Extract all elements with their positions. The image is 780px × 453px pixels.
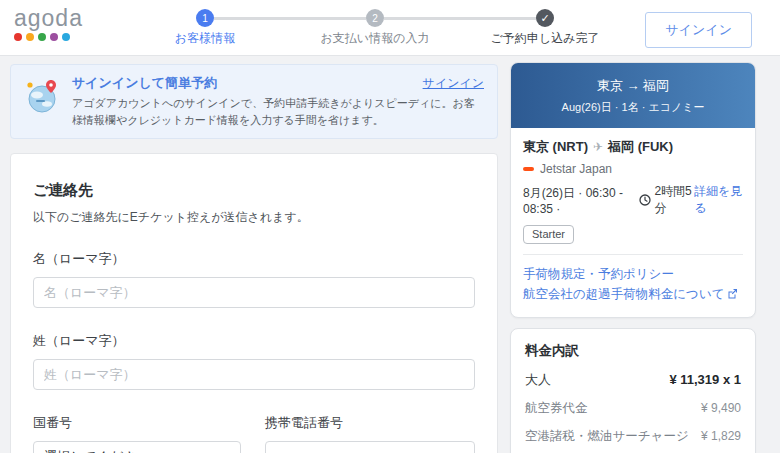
trip-meta: Aug(26)日 · 1名 · エコノミー — [519, 100, 747, 115]
last-name-label: 姓（ローマ字） — [33, 332, 475, 350]
logo-dot-green — [38, 33, 46, 41]
logo-dot-orange — [26, 33, 34, 41]
flight-route: 東京 (NRT) ✈ 福岡 (FUK) — [523, 138, 743, 156]
booking-progress-stepper: 1 お客様情報 2 お支払い情報の入力 ✓ ご予約申し込み完了 — [196, 9, 554, 27]
contact-subheading: 以下のご連絡先にEチケット控えが送信されます。 — [33, 209, 475, 226]
contact-form-card: ご連絡先 以下のご連絡先にEチケット控えが送信されます。 名（ローマ字） 姓（ロ… — [10, 153, 498, 453]
country-code-selected-value: 選択してください — [44, 448, 150, 453]
phone-label: 携帯電話番号 — [265, 414, 475, 432]
flight-duration: 2時間5分 — [654, 183, 694, 217]
price-label: 空港諸税・燃油サーチャージ — [525, 428, 689, 445]
step-booking-complete: ✓ ご予約申し込み完了 — [536, 9, 554, 27]
price-row-fare: 航空券代金 ¥ 9,490 — [525, 400, 741, 417]
external-link-icon — [727, 285, 738, 305]
fare-type-badge: Starter — [523, 225, 574, 244]
main-content: サインインして簡単予約 サインイン アゴダアカウントへのサインインで、予約申請手… — [10, 64, 498, 453]
trip-sidebar: 東京 → 福岡 Aug(26)日 · 1名 · エコノミー 東京 (NRT) ✈… — [510, 62, 756, 453]
price-heading: 料金内訳 — [525, 342, 741, 360]
first-name-label: 名（ローマ字） — [33, 250, 475, 268]
logo-dot-blue — [62, 33, 70, 41]
trip-summary-card: 東京 → 福岡 Aug(26)日 · 1名 · エコノミー 東京 (NRT) ✈… — [510, 62, 756, 318]
signin-promo-banner: サインインして簡単予約 サインイン アゴダアカウントへのサインインで、予約申請手… — [10, 64, 498, 139]
plane-icon: ✈ — [593, 140, 603, 154]
globe-pin-icon — [24, 74, 62, 129]
step-2-circle: 2 — [366, 9, 384, 27]
agoda-logo-text: agoda — [14, 7, 83, 30]
excess-baggage-link[interactable]: 航空会社の超過手荷物料金について — [523, 284, 743, 305]
logo-dot-purple — [50, 33, 58, 41]
trip-summary-header: 東京 → 福岡 Aug(26)日 · 1名 · エコノミー — [511, 63, 755, 128]
price-label: 大人 — [525, 371, 551, 389]
top-header: agoda 1 お客様情報 2 お支払い情報の入力 ✓ ご予約申し込み完了 サイ… — [0, 0, 780, 56]
airline-name: Jetstar Japan — [540, 162, 612, 176]
price-row-adult: 大人 ¥ 11,319 x 1 — [525, 371, 741, 389]
destination-airport: 福岡 (FUK) — [608, 138, 673, 156]
jetstar-logo-icon — [523, 167, 534, 171]
promo-content: サインインして簡単予約 サインイン アゴダアカウントへのサインインで、予約申請手… — [72, 74, 484, 129]
price-value: ¥ 11,319 x 1 — [669, 372, 741, 387]
last-name-field[interactable] — [33, 359, 475, 390]
step-customer-info: 1 お客様情報 — [196, 9, 214, 27]
details-link[interactable]: 詳細を見る — [694, 183, 743, 217]
flight-schedule-row: 8月(26)日 · 06:30 - 08:35 · 2時間5分 詳細を見る — [523, 183, 743, 217]
price-breakdown-card: 料金内訳 大人 ¥ 11,319 x 1 航空券代金 ¥ 9,490 空港諸税・… — [510, 328, 756, 453]
first-name-field[interactable] — [33, 277, 475, 308]
price-value: ¥ 9,490 — [701, 401, 741, 415]
price-label: 航空券代金 — [525, 400, 588, 417]
country-code-select[interactable]: 選択してください — [33, 441, 241, 453]
promo-body-text: アゴダアカウントへのサインインで、予約申請手続きがよりスピーディに。お客様情報欄… — [72, 95, 484, 129]
step-1-circle: 1 — [196, 9, 214, 27]
price-row-taxes: 空港諸税・燃油サーチャージ ¥ 1,829 — [525, 428, 741, 445]
baggage-policy-link[interactable]: 手荷物規定・予約ポリシー — [523, 264, 743, 284]
clock-icon — [639, 194, 651, 206]
price-value: ¥ 1,829 — [701, 429, 741, 443]
origin-airport: 東京 (NRT) — [523, 138, 588, 156]
divider — [523, 254, 743, 255]
promo-title: サインインして簡単予約 — [72, 74, 217, 92]
step-1-label: お客様情報 — [175, 30, 235, 47]
country-code-label: 国番号 — [33, 414, 241, 432]
agoda-logo[interactable]: agoda — [14, 7, 83, 41]
agoda-logo-dots — [14, 33, 83, 41]
promo-signin-link[interactable]: サインイン — [423, 75, 484, 92]
step-connector — [214, 17, 366, 20]
logo-dot-red — [14, 33, 22, 41]
step-3-label: ご予約申し込み完了 — [491, 30, 600, 47]
trip-route: 東京 → 福岡 — [519, 77, 747, 95]
step-2-label: お支払い情報の入力 — [321, 30, 430, 47]
phone-field[interactable] — [265, 441, 475, 453]
check-icon: ✓ — [536, 9, 554, 27]
step-connector — [384, 17, 536, 20]
step-payment-info: 2 お支払い情報の入力 — [366, 9, 384, 27]
flight-schedule: 8月(26)日 · 06:30 - 08:35 · — [523, 185, 636, 216]
contact-heading: ご連絡先 — [33, 181, 475, 200]
signin-button[interactable]: サインイン — [645, 12, 752, 48]
